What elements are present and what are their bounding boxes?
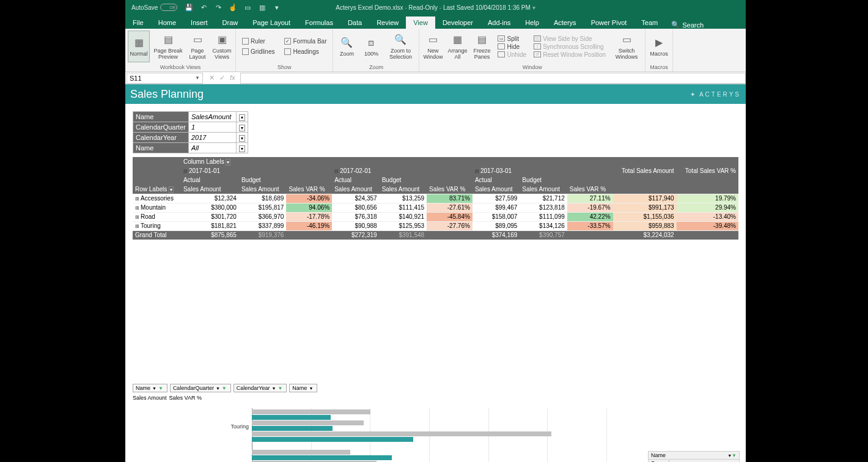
chart-values-sa[interactable]: Sales Amount	[133, 395, 167, 401]
pivot-table[interactable]: Column Labels ▾⊟2017-01-01⊟2017-02-01⊟20…	[133, 157, 738, 240]
cancel-fx-icon[interactable]: ✕	[209, 74, 215, 82]
search-icon: 🔍	[671, 21, 680, 29]
filter-label-name: Name	[133, 112, 189, 122]
filter-label-cy: CalendarYear	[133, 133, 189, 143]
autosave-label: AutoSave	[131, 4, 158, 11]
split-icon: ▭	[498, 35, 505, 42]
chart-values-svp[interactable]: Sales VAR %	[169, 395, 202, 401]
tab-developer[interactable]: Developer	[435, 16, 480, 29]
funnel-icon: ▼	[732, 453, 737, 458]
filter-icon: ▾	[239, 135, 245, 142]
chk-gridlines[interactable]: Gridlines	[242, 48, 274, 55]
chart-filter-cy[interactable]: CalendarYear▼▼	[234, 384, 287, 392]
group-workbook-views: Workbook Views	[128, 63, 233, 72]
arrange-all-button[interactable]: ▦Arrange All	[446, 31, 468, 62]
chk-formulabar[interactable]: ✓Formula Bar	[284, 38, 326, 45]
tab-powerpivot[interactable]: Power Pivot	[584, 16, 634, 29]
new-window-button[interactable]: ▭New Window	[422, 31, 444, 62]
name-box[interactable]: S11▼	[127, 73, 203, 84]
title-bar: AutoSave Off 💾 ↶ ↷ ☝ ▭ ▥ ▾ Acterys Excel…	[125, 0, 746, 15]
chevron-down-icon: ▼	[195, 75, 200, 81]
filter-icon: ▾	[239, 125, 245, 131]
fx-icon[interactable]: fx	[230, 74, 235, 82]
tab-help[interactable]: Help	[518, 16, 546, 29]
tab-draw[interactable]: Draw	[215, 16, 246, 29]
zoomsel-icon: 🔍	[393, 32, 408, 47]
chart-filter-cq[interactable]: CalendarQuarter▼▼	[170, 384, 231, 392]
chk-headings[interactable]: Headings	[284, 48, 326, 55]
filter-label-name2: Name	[133, 143, 189, 153]
macros-button[interactable]: ▶Macros	[648, 31, 670, 62]
legend-field-scenario[interactable]: Scenario▼▼	[648, 459, 740, 462]
filter-value-name2[interactable]: All	[188, 143, 236, 153]
filter-dropdown[interactable]: ▾	[236, 112, 248, 122]
split-button[interactable]: ▭Split	[498, 35, 526, 42]
reset-pos-button[interactable]: ↺Reset Window Position	[534, 51, 606, 58]
formula-input[interactable]	[240, 73, 746, 84]
tab-addins[interactable]: Add-ins	[480, 16, 518, 29]
sync-scroll-button[interactable]: ↕Synchronous Scrolling	[534, 43, 606, 50]
filter-dropdown[interactable]: ▾	[236, 122, 248, 133]
window-title: Acterys Excel Demo.xlsx - Read-Only - La…	[336, 4, 535, 11]
zoom-button[interactable]: 🔍Zoom	[336, 31, 358, 62]
redo-icon[interactable]: ↷	[214, 3, 223, 12]
funnel-icon: ▼	[158, 386, 163, 391]
tab-insert[interactable]: Insert	[183, 16, 215, 29]
funnel-icon: ▼	[278, 386, 282, 391]
enter-fx-icon[interactable]: ✓	[219, 74, 225, 82]
autosave-toggle[interactable]: Off	[160, 4, 177, 11]
view-pagebreak-button[interactable]: ▤Page Break Preview	[152, 31, 184, 62]
chart-filter-name[interactable]: Name▼▼	[133, 384, 167, 392]
hide-button[interactable]: Hide	[498, 43, 526, 50]
zoom100-icon: ⧈	[364, 35, 378, 50]
zoom-100-button[interactable]: ⧈100%	[360, 31, 382, 62]
tab-pagelayout[interactable]: Page Layout	[245, 16, 298, 29]
funnel-icon: ▼	[222, 386, 227, 391]
chk-ruler[interactable]: Ruler	[242, 38, 274, 45]
customviews-icon: ▣	[215, 32, 229, 47]
report-banner: Sales Planning ✦ACTERYS	[125, 84, 746, 104]
filter-value-cq[interactable]: 1	[188, 122, 236, 133]
view-pagelayout-button[interactable]: ▭Page Layout	[186, 31, 208, 62]
filter-icon: ▾	[239, 145, 245, 152]
pivot-chart[interactable]: Name▼▼ CalendarQuarter▼▼ CalendarYear▼▼ …	[133, 384, 746, 462]
pagebreak-icon: ▤	[161, 32, 175, 47]
newfile-icon[interactable]: ▭	[243, 3, 252, 12]
tab-file[interactable]: File	[125, 16, 151, 29]
formula-bar: S11▼ ✕ ✓ fx	[125, 72, 746, 84]
qat-customize-icon[interactable]: ▾	[273, 3, 281, 12]
tab-data[interactable]: Data	[340, 16, 369, 29]
tab-acterys[interactable]: Acterys	[546, 16, 584, 29]
hide-icon	[498, 43, 505, 50]
group-show: Show	[238, 63, 330, 72]
tab-team[interactable]: Team	[634, 16, 665, 29]
freeze-panes-button[interactable]: ▤Freeze Panes	[471, 31, 493, 62]
side-by-side-button[interactable]: ▯▯View Side by Side	[534, 35, 606, 42]
tab-review[interactable]: Review	[369, 16, 406, 29]
filter-dropdown[interactable]: ▾	[236, 143, 248, 153]
ribbon-tabs: File Home Insert Draw Page Layout Formul…	[125, 15, 746, 29]
filter-label-cq: CalendarQuarter	[133, 122, 189, 133]
chart-filter-name2[interactable]: Name▼	[289, 384, 317, 392]
undo-icon[interactable]: ↶	[199, 3, 208, 12]
pagelayout-icon: ▭	[190, 32, 205, 47]
save-icon[interactable]: 💾	[185, 3, 193, 12]
unhide-button[interactable]: Unhide	[498, 51, 526, 58]
newwindow-icon: ▭	[425, 32, 440, 47]
switch-windows-button[interactable]: ▭Switch Windows	[611, 31, 642, 62]
tab-home[interactable]: Home	[151, 16, 183, 29]
view-custom-button[interactable]: ▣Custom Views	[211, 31, 233, 62]
filter-value-cy[interactable]: 2017	[188, 133, 236, 143]
touch-icon[interactable]: ☝	[229, 3, 237, 12]
legend-field-name[interactable]: Name▼▼	[648, 451, 740, 459]
group-window: Window	[422, 63, 642, 72]
tell-me-search[interactable]: 🔍 Search	[671, 21, 704, 29]
tab-formulas[interactable]: Formulas	[298, 16, 340, 29]
filter-dropdown[interactable]: ▾	[236, 133, 248, 143]
tab-view[interactable]: View	[406, 16, 435, 29]
view-normal-button[interactable]: ▦Normal	[128, 31, 150, 62]
zoom-selection-button[interactable]: 🔍Zoom to Selection	[384, 31, 416, 62]
filter-value-name[interactable]: SalesAmount	[188, 112, 236, 122]
switchwin-icon: ▭	[619, 32, 634, 47]
open-icon[interactable]: ▥	[258, 3, 267, 12]
